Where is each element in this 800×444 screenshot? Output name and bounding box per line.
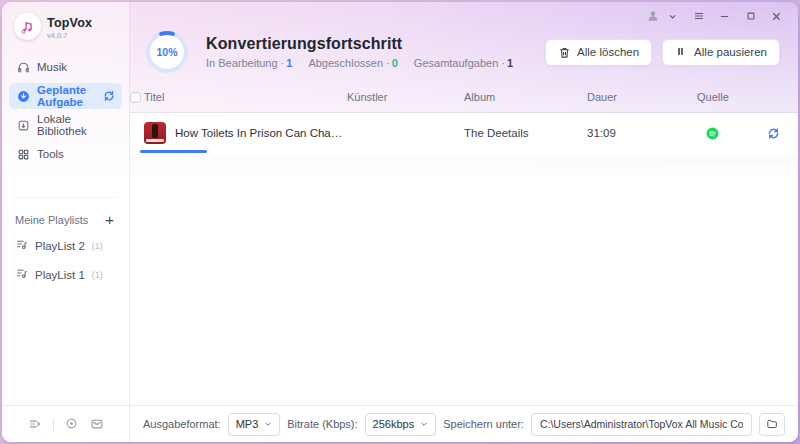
pause-all-button[interactable]: Alle pausieren <box>662 39 780 66</box>
titlebar <box>631 2 798 30</box>
stat-completed-label: Abgeschlossen · <box>308 57 389 69</box>
table-row[interactable]: How Toilets In Prison Can Change Your Li… <box>130 113 798 157</box>
app-logo: TopVox v4.0.7 <box>14 13 129 40</box>
stat-total-label: Gesamtaufgaben · <box>414 57 505 69</box>
output-format-value: MP3 <box>236 418 259 430</box>
save-path-input[interactable] <box>531 413 752 436</box>
pause-icon <box>675 46 688 59</box>
mail-icon[interactable] <box>90 417 104 431</box>
collapse-list-icon[interactable] <box>28 417 42 431</box>
column-kuenstler: Künstler <box>347 91 464 103</box>
playlists-header-label: Meine Playlists <box>15 214 88 226</box>
scheduled-task-icon <box>16 89 30 103</box>
headphones-icon <box>16 60 30 74</box>
save-path-label: Speichern unter: <box>443 418 524 430</box>
maximize-icon[interactable] <box>743 9 758 24</box>
chevron-down-icon <box>420 420 428 428</box>
select-all-checkbox[interactable] <box>130 92 141 103</box>
bitrate-label: Bitrate (Kbps): <box>287 418 357 430</box>
playlist-label: PlayList 2 <box>35 240 85 252</box>
settings-icon[interactable] <box>65 417 79 431</box>
app-window: TopVox v4.0.7 Musik Geplante Aufgabe <box>2 2 798 442</box>
app-name: TopVox <box>47 16 92 30</box>
sidebar-item-tools[interactable]: Tools <box>9 141 122 167</box>
app-version: v4.0.7 <box>47 31 92 40</box>
browse-folder-button[interactable] <box>759 413 785 436</box>
close-icon[interactable] <box>769 9 784 24</box>
stat-total-value: 1 <box>507 57 513 69</box>
app-logo-icon <box>14 13 41 40</box>
stat-in-progress-label: In Bearbeitung · <box>206 57 284 69</box>
sidebar: TopVox v4.0.7 Musik Geplante Aufgabe <box>2 2 130 405</box>
output-format-label: Ausgabeformat: <box>143 418 221 430</box>
divider <box>53 418 54 431</box>
playlist-label: PlayList 1 <box>35 269 85 281</box>
row-progress-bar <box>140 150 207 153</box>
minimize-icon[interactable] <box>717 9 732 24</box>
playlist-count: (1) <box>92 241 103 251</box>
sidebar-item-playlist-1[interactable]: PlayList 1 (1) <box>2 260 129 289</box>
sidebar-item-musik[interactable]: Musik <box>9 54 122 80</box>
library-icon <box>16 118 30 132</box>
progress-ring: 10% <box>144 29 190 75</box>
column-quelle: Quelle <box>697 91 767 103</box>
output-settings: Ausgabeformat: MP3 Bitrate (Kbps): 256kb… <box>130 406 798 442</box>
sidebar-item-geplante-aufgabe[interactable]: Geplante Aufgabe <box>9 83 122 109</box>
add-playlist-button[interactable]: + <box>103 212 116 227</box>
playlist-count: (1) <box>92 270 103 280</box>
delete-all-label: Alle löschen <box>577 46 639 58</box>
sidebar-item-label: Musik <box>37 61 67 73</box>
table-header: Titel Künstler Album Dauer Quelle <box>130 91 798 113</box>
track-album: The Deetails <box>464 127 587 139</box>
track-duration: 31:09 <box>587 127 697 139</box>
progress-percent: 10% <box>144 29 190 75</box>
album-art <box>144 122 166 144</box>
output-format-select[interactable]: MP3 <box>228 413 281 436</box>
playlist-icon <box>15 238 28 253</box>
sidebar-item-label: Lokale Bibliothek <box>37 113 115 137</box>
sidebar-item-label: Tools <box>37 148 64 160</box>
bitrate-select[interactable]: 256kbps <box>365 413 437 436</box>
chevron-down-icon[interactable] <box>665 9 680 24</box>
column-dauer: Dauer <box>587 91 697 103</box>
spotify-icon <box>706 127 719 140</box>
chevron-down-icon <box>264 420 272 428</box>
track-title: How Toilets In Prison Can Change Your Li… <box>175 127 347 139</box>
playlist-icon <box>15 267 28 282</box>
sync-icon <box>103 90 115 103</box>
page-title: Konvertierungsfortschritt <box>206 35 513 53</box>
conversion-stats: In Bearbeitung ·1 Abgeschlossen ·0 Gesam… <box>206 57 513 69</box>
playlists-header: Meine Playlists + <box>15 197 116 227</box>
account-icon[interactable] <box>645 9 660 24</box>
column-titel: Titel <box>144 91 347 103</box>
column-album: Album <box>464 91 587 103</box>
trash-icon <box>558 46 571 59</box>
grid-icon <box>16 147 30 161</box>
main-panel: 10% Konvertierungsfortschritt In Bearbei… <box>130 2 798 405</box>
sidebar-item-lokale-bibliothek[interactable]: Lokale Bibliothek <box>9 112 122 138</box>
sidebar-item-label: Geplante Aufgabe <box>37 84 96 108</box>
menu-icon[interactable] <box>691 9 706 24</box>
pause-all-label: Alle pausieren <box>694 46 767 58</box>
bitrate-value: 256kbps <box>373 418 415 430</box>
stat-completed-value: 0 <box>392 57 398 69</box>
sidebar-item-playlist-2[interactable]: PlayList 2 (1) <box>2 231 129 260</box>
bottom-bar: Ausgabeformat: MP3 Bitrate (Kbps): 256kb… <box>2 405 798 442</box>
row-converting-icon[interactable] <box>767 127 780 140</box>
stat-in-progress-value: 1 <box>286 57 292 69</box>
folder-icon <box>766 418 778 430</box>
delete-all-button[interactable]: Alle löschen <box>545 39 652 66</box>
sidebar-nav: Musik Geplante Aufgabe Lokale Bibliothek <box>2 54 129 167</box>
conversion-header: 10% Konvertierungsfortschritt In Bearbei… <box>144 29 780 75</box>
sidebar-footer <box>2 406 130 442</box>
